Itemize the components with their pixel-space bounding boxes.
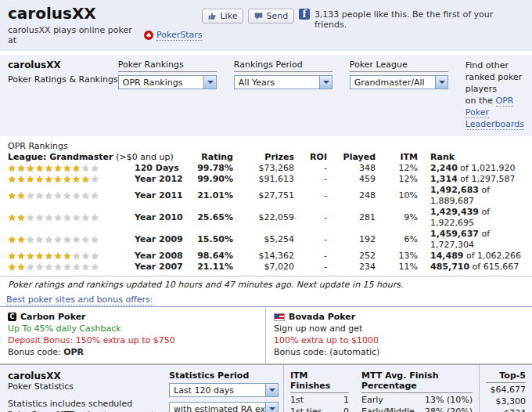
period-cell: Year 2010 — [133, 207, 191, 229]
ra-expenses-select[interactable]: with estimated RA exper — [169, 402, 279, 412]
itm-cell: 13% — [377, 251, 419, 262]
offer-bonus-code: Bonus code: (automatic) — [274, 346, 524, 358]
offers-heading: Best poker sites and bonus offers: — [0, 294, 532, 307]
itm-cell: 10% — [377, 185, 419, 207]
league-header: League: Grandmaster (>$0 and up) — [6, 151, 191, 163]
us-flag-icon — [274, 313, 285, 321]
prizes-cell: $27,751 — [235, 185, 296, 207]
leaderboards-promo: Find other ranked poker players on the O… — [466, 60, 524, 130]
send-bubble-icon — [254, 12, 263, 20]
offer-bonus-code: Bonus code: OPR — [8, 346, 257, 358]
rank-cell: 14,489 of 1,062,266 — [419, 251, 526, 262]
page-title: carolusXX — [8, 4, 202, 23]
poker-league-select[interactable]: Grandmaster/All — [350, 75, 448, 89]
mtt-finish-title: MTT Avg. Finish Percentage — [361, 370, 473, 393]
ranking-row: ★★★★★★★★★★ Year 2012 99.90% $91,613 - 45… — [6, 174, 526, 185]
gold-stars-icon: ★★ — [8, 234, 27, 245]
offer-line1: Sign up now and get — [274, 323, 524, 334]
prizes-cell: $22,059 — [235, 207, 296, 229]
opr-rankings-section: OPR Rankings League: Grandmaster (>$0 an… — [0, 136, 532, 273]
mtt-finish-list: MTT Avg. Finish Percentage Early 13% (10… — [355, 365, 479, 412]
rating-cell: 15.50% — [191, 229, 235, 251]
played-cell: 248 — [329, 185, 377, 207]
finish-value: 0 — [343, 406, 349, 412]
gray-stars-icon: ★★★ — [72, 251, 99, 262]
offers-section: C Carbon Poker Up To 45% daily Cashback … — [0, 307, 532, 364]
rank-cell: 1,429,439 of 1,922,695 — [419, 207, 526, 229]
col-rank: Rank — [419, 151, 526, 163]
update-note: Poker ratings and rankings updated 10 ho… — [0, 276, 532, 294]
col-rating: Rating — [191, 151, 235, 163]
stage-value: 13% (10%) — [425, 394, 473, 406]
played-cell: 281 — [329, 207, 377, 229]
star-rating: ★★★★★★★★★★ — [6, 262, 133, 273]
statistics-period-label: Statistics Period — [169, 370, 279, 381]
star-rating: ★★★★★★★★★★ — [6, 251, 133, 262]
rank-cell: 485,710 of 615,667 — [419, 262, 526, 273]
send-button[interactable]: Send — [248, 9, 294, 23]
roi-cell: - — [296, 163, 329, 174]
rankings-header-row: League: Grandmaster (>$0 and up) Rating … — [6, 151, 526, 163]
statistics-controls: Statistics Period Last 120 days with est… — [166, 365, 283, 412]
thumb-up-icon — [208, 12, 217, 20]
gold-stars-icon: ★★ — [8, 262, 27, 273]
prizes-cell: $14,362 — [235, 251, 296, 262]
statistics-period-select[interactable]: Last 120 days — [169, 383, 279, 397]
rankings-period-filter: Rankings Period All Years — [234, 60, 332, 130]
ranking-row: ★★★★★★★★★★ Year 2007 21.11% $7,020 - 234… — [6, 262, 526, 273]
prizes-cell: $73,268 — [235, 163, 296, 174]
poker-rankings-label: Poker Rankings — [118, 60, 217, 72]
star-rating: ★★★★★★★★★★ — [6, 163, 133, 174]
star-rating: ★★★★★★★★★★ — [6, 207, 133, 229]
stage-value: 28% (20%) — [425, 406, 473, 412]
poker-rankings-select[interactable]: OPR Rankings — [118, 75, 217, 89]
gold-stars-icon: ★★ — [8, 212, 27, 223]
itm-finishes-list: ITM Finishes 1st 1 1st ties 0 2nd 1 — [283, 365, 355, 412]
offer-line2: Deposit Bonus: 150% extra up to $750 — [8, 334, 257, 346]
offer-name: Bovada Poker — [289, 311, 355, 323]
player-name: carolusXX — [8, 60, 118, 70]
itm-finish-row: 1st ties 0 — [290, 406, 349, 412]
itm-finishes-title: ITM Finishes — [290, 370, 349, 393]
roi-cell: - — [296, 262, 329, 273]
stats-section-label: Poker Statistics — [8, 381, 160, 392]
chevron-down-icon — [265, 384, 278, 396]
rankings-period-label: Rankings Period — [234, 60, 332, 72]
itm-cell: 6% — [377, 229, 419, 251]
pokerstars-link[interactable]: PokerStars — [156, 30, 203, 41]
col-roi: ROI — [296, 151, 329, 163]
subtitle-text: carolusXX plays online poker at — [8, 25, 141, 45]
facebook-icon: f — [299, 9, 310, 20]
rank-cell: 1,459,637 of 1,727,304 — [419, 229, 526, 251]
gold-stars-icon: ★★★★★★★ — [8, 251, 72, 262]
top5-list: Top-5 $64,677 $3,300 $724 $515 — [479, 365, 532, 412]
finish-value: 1 — [343, 394, 349, 406]
like-button[interactable]: Like — [202, 9, 243, 23]
gray-stars-icon: ★★★★★★★★ — [27, 262, 100, 273]
rankings-period-select[interactable]: All Years — [234, 75, 332, 89]
page-subtitle: carolusXX plays online poker at ♠ PokerS… — [8, 25, 202, 45]
prizes-cell: $5,254 — [235, 229, 296, 251]
gray-stars-icon: ★★ — [81, 163, 100, 174]
rating-cell: 25.65% — [191, 207, 235, 229]
rating-cell: 99.78% — [191, 163, 235, 174]
roi-cell: - — [296, 207, 329, 229]
rank-cell: 1,492,683 of 1,889,687 — [419, 185, 526, 207]
roi-cell: - — [296, 251, 329, 262]
offers-heading-link[interactable]: Best poker sites and bonus offers: — [6, 295, 153, 305]
top5-row: $724 — [486, 407, 526, 412]
pokerstars-icon: ♠ — [144, 31, 153, 40]
played-cell: 252 — [329, 251, 377, 262]
offer-name: Carbon Poker — [20, 311, 86, 323]
roi-cell: - — [296, 185, 329, 207]
offer-carbon-poker[interactable]: C Carbon Poker Up To 45% daily Cashback … — [0, 307, 266, 363]
ranking-row: ★★★★★★★★★★ Year 2011 21.01% $27,751 - 24… — [6, 185, 526, 207]
offer-bovada-poker[interactable]: Bovada Poker Sign up now and get 100% ex… — [266, 307, 532, 363]
offer-line1: Up To 45% daily Cashback — [8, 323, 257, 334]
rating-cell: 21.11% — [191, 262, 235, 273]
mtt-finish-row: Early 13% (10%) — [361, 394, 473, 406]
mtt-finish-row: Early/Middle 28% (20%) — [361, 406, 473, 412]
player-section-label: Poker Ratings & Rankings — [8, 74, 118, 85]
offer-line2: 100% extra up to $1000 — [274, 334, 524, 346]
played-cell: 459 — [329, 174, 377, 185]
